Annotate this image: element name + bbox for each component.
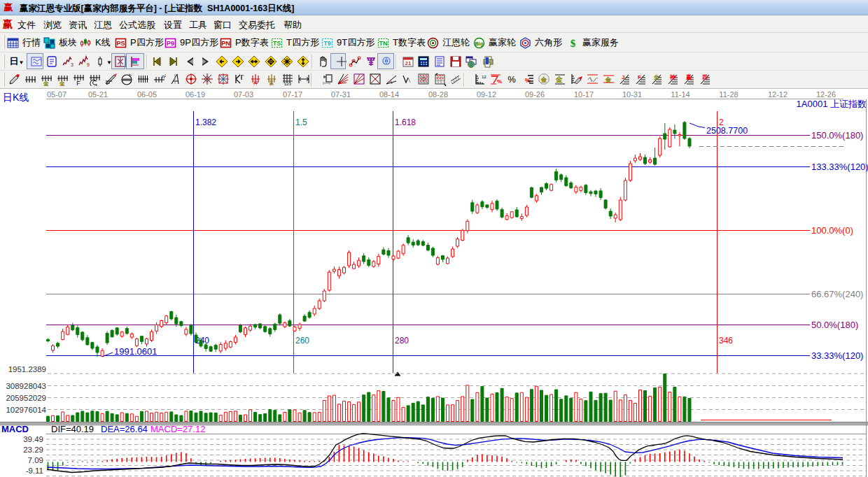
svg-text:33.33%(120): 33.33%(120) bbox=[811, 350, 863, 361]
svg-text:123: 123 bbox=[482, 75, 486, 79]
svg-text:50.0%(180): 50.0%(180) bbox=[811, 320, 858, 330]
svg-text:07-03: 07-03 bbox=[234, 90, 253, 99]
svg-text:1991.0601: 1991.0601 bbox=[114, 346, 157, 357]
svg-text:Big: Big bbox=[475, 40, 484, 46]
svg-text:280: 280 bbox=[395, 336, 409, 346]
svg-text:23.29: 23.29 bbox=[23, 446, 43, 454]
svg-text:07-17: 07-17 bbox=[283, 90, 302, 99]
svg-text:赢: 赢 bbox=[685, 74, 692, 80]
svg-text:12-12: 12-12 bbox=[768, 90, 788, 99]
svg-text:123: 123 bbox=[284, 82, 291, 86]
svg-text:12-26: 12-26 bbox=[816, 90, 836, 99]
svg-text:金: 金 bbox=[540, 76, 547, 83]
svg-text:66.67%(240): 66.67%(240) bbox=[811, 289, 863, 299]
svg-text:%: % bbox=[497, 78, 502, 85]
svg-text:神: 神 bbox=[669, 74, 676, 80]
svg-text:PN: PN bbox=[221, 40, 230, 47]
svg-text:F: F bbox=[638, 74, 641, 80]
svg-text:赢: 赢 bbox=[269, 80, 274, 86]
svg-text:11-14: 11-14 bbox=[671, 90, 690, 99]
svg-text:09-26: 09-26 bbox=[525, 90, 545, 99]
svg-text:金: 金 bbox=[555, 76, 563, 83]
svg-text:308928043: 308928043 bbox=[6, 382, 46, 390]
svg-text:260: 260 bbox=[295, 336, 309, 346]
svg-text:MACD=27.12: MACD=27.12 bbox=[150, 424, 205, 434]
svg-text:T9: T9 bbox=[323, 40, 331, 47]
svg-text:金: 金 bbox=[59, 80, 65, 86]
svg-text:05-07: 05-07 bbox=[47, 90, 66, 99]
svg-text:1A0001 上证指数: 1A0001 上证指数 bbox=[797, 99, 867, 109]
svg-text:07-31: 07-31 bbox=[331, 90, 351, 99]
svg-text:3: 3 bbox=[71, 62, 74, 67]
svg-text:PS: PS bbox=[116, 40, 125, 47]
svg-text:TS: TS bbox=[273, 40, 281, 47]
svg-text:TN: TN bbox=[379, 40, 388, 47]
svg-text:四: 四 bbox=[702, 74, 708, 80]
svg-text:n²: n² bbox=[162, 73, 166, 80]
svg-text:金: 金 bbox=[43, 80, 49, 86]
svg-text:39.49: 39.49 bbox=[23, 435, 43, 443]
svg-text:11-28: 11-28 bbox=[719, 90, 738, 99]
svg-text:J: J bbox=[622, 74, 624, 80]
svg-text:日K线: 日K线 bbox=[3, 92, 29, 103]
svg-text:金: 金 bbox=[653, 74, 659, 80]
svg-text:08-28: 08-28 bbox=[428, 90, 448, 99]
svg-text:1.618: 1.618 bbox=[395, 118, 416, 127]
svg-text:102976014: 102976014 bbox=[6, 406, 46, 414]
svg-text:$: $ bbox=[570, 38, 576, 49]
svg-text:金: 金 bbox=[604, 76, 612, 83]
svg-text:": " bbox=[242, 74, 244, 79]
svg-text:21: 21 bbox=[405, 60, 412, 66]
svg-text:神: 神 bbox=[253, 80, 258, 85]
svg-text:%: % bbox=[507, 74, 516, 85]
svg-text:9: 9 bbox=[87, 62, 90, 67]
svg-text:P9: P9 bbox=[167, 40, 174, 47]
svg-text:150.0%(180): 150.0%(180) bbox=[811, 130, 863, 141]
svg-text:1.382: 1.382 bbox=[195, 118, 216, 127]
svg-text:F: F bbox=[76, 80, 80, 86]
svg-text:05-21: 05-21 bbox=[88, 90, 108, 99]
svg-text:1951.2389: 1951.2389 bbox=[8, 365, 46, 373]
svg-text:06-05: 06-05 bbox=[137, 90, 157, 99]
svg-text:DEA=26.64: DEA=26.64 bbox=[101, 424, 148, 434]
svg-text:7.09: 7.09 bbox=[28, 456, 43, 464]
svg-text:346: 346 bbox=[719, 336, 733, 346]
svg-text:2508.7700: 2508.7700 bbox=[706, 126, 748, 136]
svg-text:06-19: 06-19 bbox=[186, 90, 205, 99]
svg-text:10-31: 10-31 bbox=[622, 90, 642, 99]
svg-text:205952029: 205952029 bbox=[6, 394, 46, 402]
svg-text:1.5: 1.5 bbox=[295, 118, 307, 127]
svg-text:DIF=40.19: DIF=40.19 bbox=[51, 424, 94, 434]
svg-text:133.33%(120): 133.33%(120) bbox=[811, 162, 868, 172]
svg-text:10-17: 10-17 bbox=[574, 90, 594, 99]
svg-text:-9.11: -9.11 bbox=[26, 467, 43, 475]
svg-text:08-14: 08-14 bbox=[379, 90, 399, 99]
svg-text:09-12: 09-12 bbox=[477, 90, 496, 99]
svg-text:100.0%(0): 100.0%(0) bbox=[811, 225, 853, 236]
svg-text:MACD: MACD bbox=[1, 424, 29, 434]
